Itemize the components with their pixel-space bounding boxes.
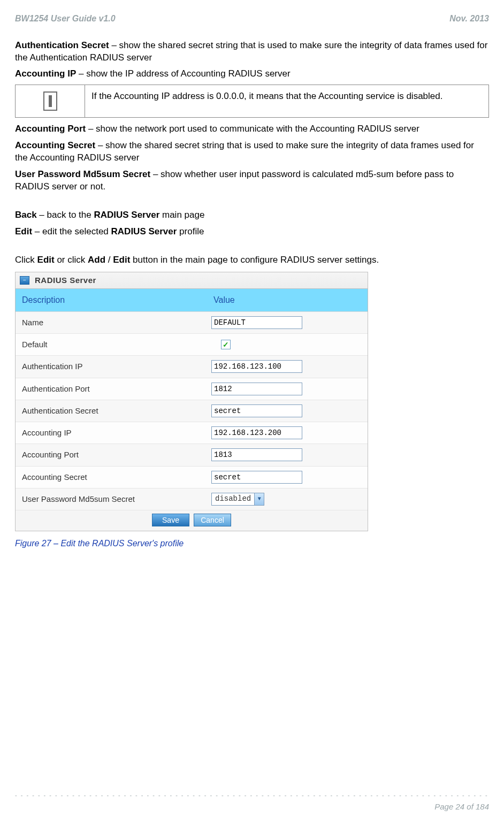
header-right: Nov. 2013 <box>449 13 489 25</box>
back-para: Back – back to the RADIUS Server main pa… <box>15 209 489 221</box>
checkbox[interactable]: ✓ <box>221 340 231 349</box>
acct-ip-text: – show the IP address of Accounting RADI… <box>76 68 290 79</box>
select-value: disabled <box>212 494 254 504</box>
panel-row: Accounting IP <box>16 422 368 444</box>
click-instruction: Click Edit or click Add / Edit button in… <box>15 254 489 266</box>
edit-label: Edit <box>15 226 32 236</box>
back-label: Back <box>15 210 37 220</box>
text-input[interactable] <box>211 404 302 417</box>
panel-row: Accounting Port <box>16 444 368 466</box>
row-label: Authentication Port <box>16 378 207 400</box>
row-value-cell: disabled▼ <box>207 488 368 510</box>
acct-port-para: Accounting Port – show the network port … <box>15 123 489 135</box>
acct-secret-para: Accounting Secret – show the shared secr… <box>15 140 489 164</box>
header-left: BW1254 User Guide v1.0 <box>15 13 116 25</box>
panel-row: Name <box>16 312 368 334</box>
panel-titlebar: − RADIUS Server <box>16 272 368 289</box>
row-value-cell <box>207 444 368 465</box>
info-note-text: If the Accounting IP address is 0.0.0.0,… <box>85 85 488 117</box>
row-label: User Password Md5sum Secret <box>16 488 207 510</box>
row-label: Accounting IP <box>16 422 207 444</box>
pw-md5-para: User Password Md5sum Secret – show wheth… <box>15 169 489 193</box>
select-dropdown[interactable]: disabled▼ <box>211 493 264 506</box>
panel-footer: Save Cancel <box>16 510 368 531</box>
panel-title: RADIUS Server <box>35 275 96 286</box>
row-value-cell <box>207 378 368 400</box>
row-value-cell <box>207 400 368 422</box>
panel-row: Authentication Port <box>16 378 368 400</box>
text-input[interactable] <box>211 383 302 395</box>
text-input[interactable] <box>211 471 302 484</box>
acct-ip-para: Accounting IP – show the IP address of A… <box>15 68 489 80</box>
row-value-cell: ✓ <box>207 334 368 355</box>
acct-port-label: Accounting Port <box>15 124 86 134</box>
auth-secret-para: Authentication Secret – show the shared … <box>15 40 489 64</box>
cancel-button[interactable]: Cancel <box>194 514 231 526</box>
panel-header-row: Description Value <box>16 289 368 312</box>
pw-md5-label: User Password Md5sum Secret <box>15 169 150 179</box>
row-value-cell <box>207 467 368 488</box>
row-label: Name <box>16 312 207 333</box>
row-label: Accounting Port <box>16 444 207 465</box>
row-label: Authentication IP <box>16 356 207 377</box>
info-note-box: If the Accounting IP address is 0.0.0.0,… <box>15 85 489 118</box>
panel-row: Authentication Secret <box>16 400 368 422</box>
text-input[interactable] <box>211 360 302 373</box>
row-value-cell <box>207 422 368 444</box>
auth-secret-label: Authentication Secret <box>15 40 109 50</box>
chevron-down-icon: ▼ <box>254 493 264 505</box>
row-label: Accounting Secret <box>16 467 207 488</box>
footer-separator: - - - - - - - - - - - - - - - - - - - - … <box>15 791 489 799</box>
col-header-description: Description <box>16 289 207 311</box>
radius-server-panel: − RADIUS Server Description Value NameDe… <box>15 272 368 531</box>
acct-port-text: – show the network port used to communic… <box>86 124 419 134</box>
panel-row: User Password Md5sum Secretdisabled▼ <box>16 488 368 510</box>
collapse-icon[interactable]: − <box>20 276 29 285</box>
panel-row: Authentication IP <box>16 356 368 378</box>
panel-row: Default✓ <box>16 334 368 356</box>
row-label: Default <box>16 334 207 355</box>
text-input[interactable] <box>211 426 302 439</box>
page-number: Page 24 of 184 <box>15 801 489 812</box>
info-icon <box>43 91 57 111</box>
panel-row: Accounting Secret <box>16 467 368 488</box>
col-header-value: Value <box>207 289 368 311</box>
info-icon-cell <box>16 85 85 117</box>
acct-ip-label: Accounting IP <box>15 68 76 79</box>
text-input[interactable] <box>211 448 302 461</box>
save-button[interactable]: Save <box>152 514 189 526</box>
radius-server-figure: − RADIUS Server Description Value NameDe… <box>15 272 489 549</box>
page-footer: - - - - - - - - - - - - - - - - - - - - … <box>15 791 489 812</box>
acct-secret-label: Accounting Secret <box>15 140 95 150</box>
page-header: BW1254 User Guide v1.0 Nov. 2013 <box>15 13 489 25</box>
row-label: Authentication Secret <box>16 400 207 422</box>
edit-para: Edit – edit the selected RADIUS Server p… <box>15 226 489 238</box>
row-value-cell <box>207 312 368 333</box>
figure-caption: Figure 27 – Edit the RADIUS Server's pro… <box>15 538 489 549</box>
row-value-cell <box>207 356 368 377</box>
text-input[interactable] <box>211 316 302 329</box>
